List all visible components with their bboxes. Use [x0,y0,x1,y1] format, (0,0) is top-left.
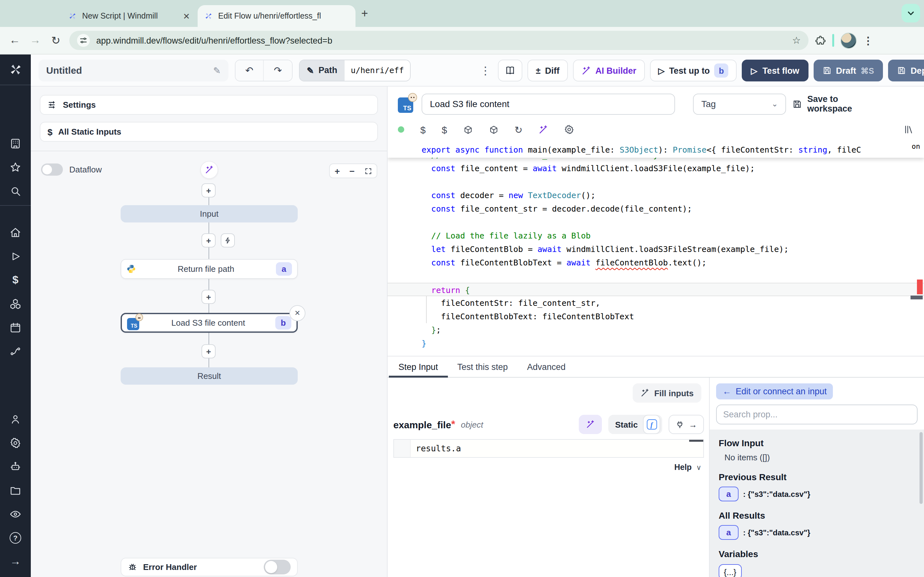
sticky-code-line[interactable]: export async function main(example_file:… [388,142,924,158]
docs-button[interactable] [498,60,522,81]
sidebar-item-audit[interactable] [0,502,31,526]
package-icon[interactable] [489,125,498,134]
dataflow-toggle[interactable] [41,163,63,176]
bookmark-star-icon[interactable]: ☆ [792,35,801,46]
variables-chip[interactable]: {...} [719,564,741,577]
search-prop-input[interactable] [716,405,918,424]
scrollbar[interactable] [919,432,923,504]
new-tab-button[interactable]: + [361,8,368,19]
test-flow-button[interactable]: ▷ Test flow [742,60,808,81]
flow-name-box[interactable]: Untitled ✎ [39,59,228,81]
test-up-to-button[interactable]: ▷ Test up to b [650,60,737,81]
sidebar-item-search[interactable] [0,179,31,203]
draft-button[interactable]: Draft ⌘S [813,60,883,81]
insert-step-button[interactable]: + [202,183,216,197]
expression-editor[interactable]: results.a [393,439,704,458]
browser-tab-inactive[interactable]: New Script | Windmill ✕ [61,5,198,27]
gear-icon[interactable] [564,124,575,135]
step-name-input[interactable] [422,93,675,114]
browser-tab-active[interactable]: Edit Flow u/henri/effortless_fl [198,5,355,27]
sidebar-item-variables[interactable]: $ [0,268,31,292]
sidebar-item-routes[interactable] [0,340,31,363]
ai-wand-icon[interactable] [539,125,548,134]
code-line[interactable]: }; [388,323,924,337]
code-line[interactable]: const fileContentBlobText = await fileCo… [388,256,924,269]
insert-step-button[interactable]: + [202,234,216,247]
sidebar-item-home[interactable] [0,221,31,245]
site-settings-icon[interactable] [77,34,90,47]
deploy-button[interactable]: Deploy [888,60,924,81]
back-icon[interactable]: ← [8,34,22,47]
connect-input-button[interactable]: → [669,415,704,434]
sidebar-item-help[interactable]: ? [0,526,31,550]
trigger-button[interactable] [221,234,235,247]
tab-search-chevron-icon[interactable] [901,4,920,23]
javascript-expr-chip[interactable]: f [643,415,660,434]
result-badge[interactable]: a [719,525,738,540]
sidebar-item-user[interactable] [0,407,31,431]
extensions-icon[interactable] [815,35,826,46]
ai-builder-button[interactable]: AI Builder [573,60,645,81]
tab-advanced[interactable]: Advanced [517,356,575,377]
ai-wand-button[interactable] [200,161,218,179]
sidebar-item-collapse[interactable]: → [0,550,31,573]
code-line[interactable] [388,175,924,189]
variables-icon[interactable]: $ [420,125,426,134]
insert-step-button[interactable]: + [202,344,216,358]
resources-icon[interactable]: $ [442,125,447,134]
tab-test-this-step[interactable]: Test this step [447,356,517,377]
edit-pencil-icon[interactable]: ✎ [213,65,221,75]
code-line[interactable]: return { [388,283,924,296]
code-lines[interactable]: // Load the entire file_content as a Uin… [388,148,924,350]
sidebar-item-runs[interactable] [0,245,31,268]
code-line[interactable]: fileContentStr: file_content_str, [388,296,924,309]
profile-avatar[interactable] [841,32,857,48]
sidebar-item-schedules[interactable] [0,316,31,340]
all-static-inputs-card[interactable]: $ All Static Inputs [40,122,378,142]
sidebar-item-workers[interactable] [0,455,31,478]
sidebar-item-workspace[interactable] [0,131,31,155]
sidebar-item-favorites[interactable] [0,155,31,179]
node-return-file-path[interactable]: Return file path a [121,259,298,279]
fill-inputs-button[interactable]: Fill inputs [632,384,701,403]
zoom-in-button[interactable]: + [334,166,340,175]
result-node[interactable]: Result [121,367,298,385]
redo-button[interactable]: ↷ [264,60,292,81]
sidebar-item-settings[interactable] [0,431,31,455]
save-to-workspace-button[interactable]: Save to workspace [793,94,884,113]
browser-menu-icon[interactable]: ⋮ [863,34,873,47]
url-bar[interactable]: app.windmill.dev/flows/edit/u/henri/effo… [69,31,809,50]
tab-close-icon[interactable]: ✕ [182,11,191,21]
undo-button[interactable]: ↶ [236,60,264,81]
code-line[interactable]: let fileContentBlob = await windmillClie… [388,242,924,256]
zoom-out-button[interactable]: − [349,166,355,175]
more-menu-icon[interactable]: ⋮ [480,64,490,77]
settings-card[interactable]: Settings [40,95,378,115]
url-text[interactable]: app.windmill.dev/flows/edit/u/henri/effo… [96,35,786,45]
delete-node-button[interactable]: ✕ [289,305,305,321]
insert-step-button[interactable]: + [202,290,216,304]
result-badge[interactable]: a [719,487,738,501]
ai-fill-button[interactable] [578,415,602,434]
tag-select[interactable]: Tag ⌄ [693,93,787,114]
code-line[interactable]: fileContentBlobText: fileContentBlobText [388,309,924,323]
static-mode-toggle[interactable]: Static f [608,415,662,434]
reload-icon[interactable]: ↻ [514,125,522,134]
fullscreen-icon[interactable] [364,167,372,175]
code-line[interactable]: const file_content = await windmillClien… [388,161,924,175]
library-icon[interactable] [903,124,914,135]
code-line[interactable] [388,215,924,229]
sidebar-item-folders[interactable] [0,478,31,502]
help-toggle[interactable]: Help ∨ [674,463,701,472]
package-icon[interactable] [463,125,473,134]
scrollbar-thumb[interactable] [911,295,923,300]
code-line[interactable]: const file_content_str = decoder.decode(… [388,202,924,215]
reload-icon[interactable]: ↻ [49,34,63,47]
code-line[interactable] [388,269,924,283]
node-load-s3-selected[interactable]: TS Load S3 file content b [121,313,298,333]
tab-step-input[interactable]: Step Input [389,356,447,377]
diff-button[interactable]: ± Diff [527,60,568,81]
sidebar-item-resources[interactable] [0,292,31,316]
code-line[interactable]: const decoder = new TextDecoder(); [388,189,924,202]
error-handler-toggle[interactable] [264,560,291,574]
